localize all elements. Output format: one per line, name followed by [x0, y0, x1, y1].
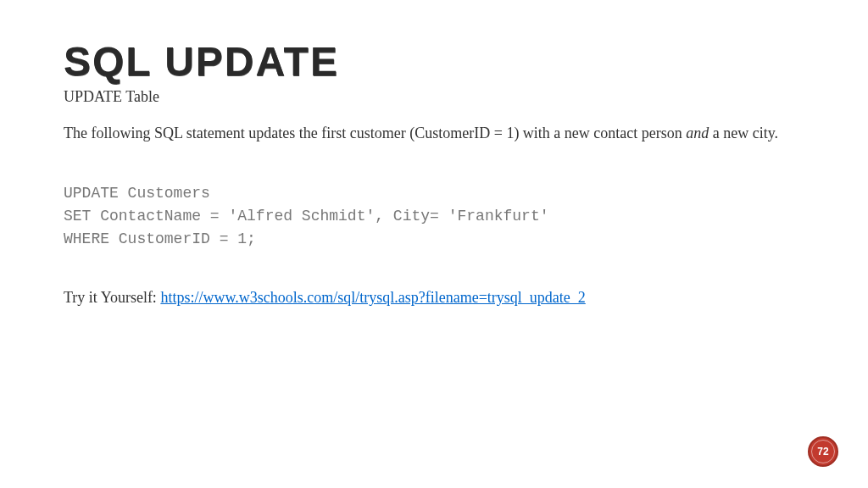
try-it-yourself: Try it Yourself: https://www.w3schools.c… — [64, 289, 804, 307]
description-part1: The following SQL statement updates the … — [64, 125, 686, 141]
description-italic: and — [686, 125, 709, 141]
description-part2: a new city. — [709, 125, 778, 141]
description-text: The following SQL statement updates the … — [64, 123, 804, 144]
page-title: SQL UPDATE — [64, 38, 804, 85]
try-it-label: Try it Yourself: — [64, 289, 160, 306]
sql-code-block: UPDATE Customers SET ContactName = 'Alfr… — [64, 182, 804, 251]
page-badge: 72 — [808, 436, 838, 467]
try-it-link[interactable]: https://www.w3schools.com/sql/trysql.asp… — [160, 289, 585, 306]
page-number: 72 — [817, 446, 828, 458]
subtitle: UPDATE Table — [64, 88, 804, 106]
page-badge-inner: 72 — [811, 440, 835, 463]
